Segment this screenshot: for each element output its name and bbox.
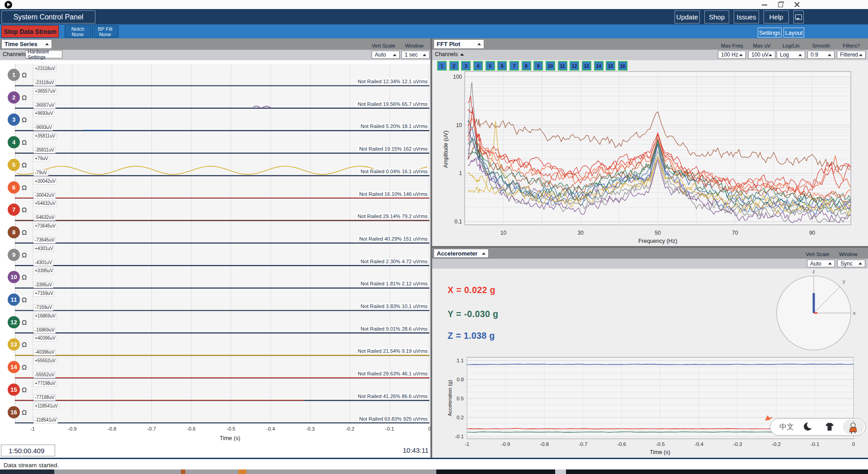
channel-12-circle[interactable]: 12 [8,316,20,328]
fft-widget-dropdown[interactable]: FFT Plot [434,39,484,49]
channel-9-impedance-button[interactable]: Ω [22,251,27,259]
vert-scale-min-label: -36557uV [33,102,56,109]
bandpass-filter-button[interactable]: BP FiltNone [92,25,118,38]
channel-9-circle[interactable]: 9 [8,249,20,261]
fft-loglin-select[interactable]: Log [777,51,805,59]
channel-6-impedance-button[interactable]: Ω [22,184,27,191]
channel-2-impedance-button[interactable]: Ω [22,94,27,101]
shirt-icon[interactable] [825,422,835,432]
channel-4-impedance-button[interactable]: Ω [22,138,27,146]
channel-15-impedance-button[interactable]: Ω [22,386,27,393]
channel-10-impedance-button[interactable]: Ω [22,273,27,281]
notch-filter-button[interactable]: NotchNone [65,25,91,38]
fft-channel-12-toggle[interactable]: 12 [570,61,579,71]
fft-plot: 1001010.11030507090Amplitude (uV)Frequen… [432,70,868,246]
accel-widget-dropdown[interactable]: Accelerometer [434,249,489,258]
channel-2-circle[interactable]: 2 [8,91,20,104]
fft-x-tick: 10 [500,230,507,236]
settings-button[interactable]: Settings [758,28,782,38]
fft-channel-1-toggle[interactable]: 1 [437,61,447,71]
channel-12-impedance-button[interactable]: Ω [22,318,27,326]
nav-issues-button[interactable]: Issues [734,10,759,24]
channel-1-impedance-button[interactable]: Ω [22,71,27,79]
fft-channel-16-toggle[interactable]: 16 [618,61,627,71]
fft-channel-3-toggle[interactable]: 3 [461,61,471,71]
taskbar-segment[interactable] [436,469,868,474]
fft-channel-2-toggle[interactable]: 2 [449,61,459,71]
time-series-subheader [0,50,430,60]
fft-maxuv-select[interactable]: 100 uV [748,51,775,59]
channel-8-circle[interactable]: 8 [8,226,20,238]
vert-scale-max-label: +118541uV [33,403,59,409]
nav-shop-button[interactable]: Shop [704,10,729,24]
time-series-traces [15,64,429,424]
ts-vert-scale-select[interactable]: Auto [372,51,400,59]
accel-x-tick: -0.6 [617,441,626,447]
channel-7-circle[interactable]: 7 [8,204,20,216]
fft-channel-13-toggle[interactable]: 13 [582,61,591,71]
elapsed-time-display: 1:50:00.409 [1,445,55,456]
channel-14-impedance-button[interactable]: Ω [22,363,27,371]
taskbar-segment[interactable] [0,469,54,474]
channel-16-impedance-button[interactable]: Ω [22,408,27,416]
fft-x-tick: 70 [732,230,738,236]
accel-y-axis-title: Acceleration (g) [447,380,453,417]
vert-scale-min-label: -16869uV [33,327,56,333]
fft-maxfreq-label: Max Freq [718,43,746,48]
taskbar-segment[interactable] [181,469,185,474]
channel-1-circle[interactable]: 1 [8,69,20,81]
channel-8-impedance-button[interactable]: Ω [22,228,27,236]
fft-channel-5-toggle[interactable]: 5 [486,61,495,71]
ts-x-tick: -0.4 [266,426,275,431]
moon-icon[interactable] [804,422,813,431]
fft-filters-select[interactable]: Filtered [837,51,866,59]
fft-smooth-select[interactable]: 0.9 [807,51,835,59]
vert-scale-min-label: -35811uV [33,147,56,153]
fft-maxuv-label: Max uV [748,43,775,48]
channel-4-circle[interactable]: 4 [8,136,20,148]
accel-x-tick: -1 [465,441,469,447]
channel-13-impedance-button[interactable]: Ω [22,341,27,348]
channel-5-impedance-button[interactable]: Ω [22,161,27,169]
mascot-icon[interactable] [847,421,860,434]
ts-window-select[interactable]: 1 sec [401,51,429,59]
nav-update-button[interactable]: Update [675,10,700,24]
channel-7-impedance-button[interactable]: Ω [22,206,27,213]
minimize-icon[interactable] [758,0,771,9]
channel-6-circle[interactable]: 6 [8,181,20,194]
railed-status-label: Not Railed 21.54% 9.19 uVrms [357,348,429,354]
fft-channel-15-toggle[interactable]: 15 [606,61,615,71]
fft-channels-button[interactable]: Channels [435,51,467,57]
status-message: Data stream started. [4,462,59,469]
nav-help-button[interactable]: Help [764,10,789,24]
channel-14-circle[interactable]: 14 [8,361,20,373]
stop-data-stream-button[interactable]: Stop Data Stream [1,25,59,38]
channel-3-impedance-button[interactable]: Ω [22,116,27,123]
channel-11-circle[interactable]: 11 [8,294,20,306]
record-icon[interactable] [5,1,12,9]
channel-5-circle[interactable]: 5 [8,159,20,171]
accel-vert-scale-select[interactable]: Auto [807,260,835,267]
language-button[interactable]: 中文 [779,422,794,432]
fft-channel-4-toggle[interactable]: 4 [473,61,483,71]
channel-15-circle[interactable]: 15 [8,384,20,396]
fft-channel-9-toggle[interactable]: 9 [533,61,543,71]
fft-channel-6-toggle[interactable]: 6 [497,61,507,71]
railed-status-label: Not Railed 63.83% 925 uVrms [358,416,429,422]
fft-channel-10-toggle[interactable]: 10 [546,61,555,71]
fft-channel-11-toggle[interactable]: 11 [558,61,567,71]
close-icon[interactable] [790,0,804,9]
fft-channel-14-toggle[interactable]: 14 [594,61,604,71]
hardware-settings-button[interactable]: Hardware Settings [25,50,62,58]
channel-11-impedance-button[interactable]: Ω [22,296,27,303]
fft-maxfreq-select[interactable]: 100 Hz [718,51,746,59]
restore-icon[interactable] [774,0,788,9]
accel-window-select[interactable]: Sync [837,260,865,267]
console-window-button[interactable] [793,10,804,24]
fft-channel-8-toggle[interactable]: 8 [522,61,531,71]
channel-16-circle[interactable]: 16 [8,406,20,418]
layout-button[interactable]: Layout [783,28,804,38]
fft-channel-7-toggle[interactable]: 7 [509,61,519,71]
taskbar-segment[interactable] [238,469,246,474]
time-series-widget-dropdown[interactable]: Time Series [1,39,52,49]
